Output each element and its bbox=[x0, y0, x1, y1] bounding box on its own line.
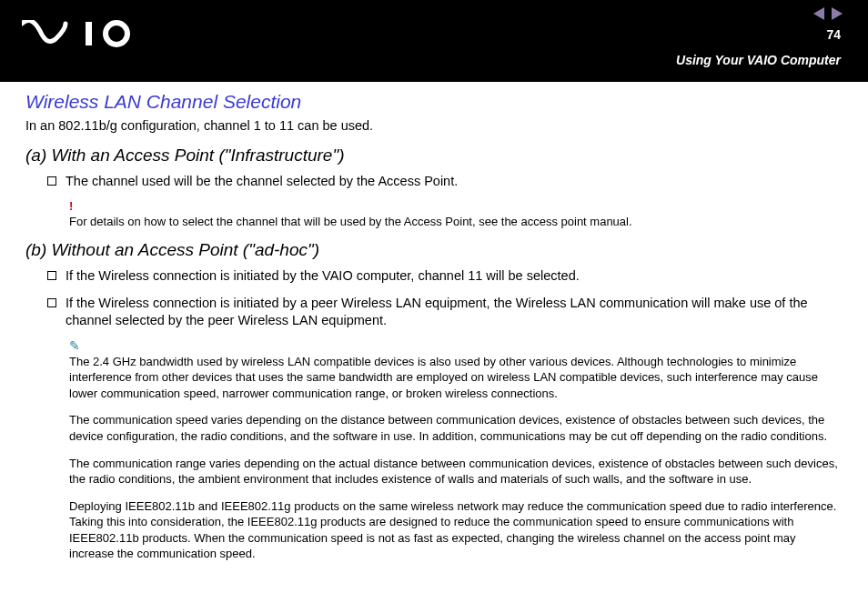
section-a-heading: (a) With an Access Point ("Infrastructur… bbox=[25, 146, 843, 166]
bullet-icon bbox=[47, 176, 56, 186]
breadcrumb: Using Your VAIO Computer bbox=[676, 53, 841, 67]
note-text: The communication range varies depending… bbox=[69, 456, 843, 487]
exclamation-icon: ! bbox=[69, 200, 843, 212]
info-note: ✎ The 2.4 GHz bandwidth used by wireless… bbox=[69, 339, 843, 562]
section-b-heading: (b) Without an Access Point ("ad-hoc") bbox=[25, 240, 843, 260]
svg-point-1 bbox=[106, 23, 127, 45]
intro-text: In an 802.11b/g configuration, channel 1… bbox=[25, 118, 843, 133]
list-item: The channel used will be the channel sel… bbox=[47, 173, 843, 191]
note-text: Deploying IEEE802.11b and IEEE802.11g pr… bbox=[69, 498, 843, 562]
svg-rect-0 bbox=[86, 22, 92, 45]
list-item: If the Wireless connection is initiated … bbox=[47, 267, 843, 286]
nav-arrows bbox=[813, 7, 843, 20]
page-header: 74 Using Your VAIO Computer bbox=[0, 0, 868, 82]
note-text: The 2.4 GHz bandwidth used by wireless L… bbox=[69, 354, 843, 402]
note-text: The communication speed varies depending… bbox=[69, 412, 843, 444]
list-item: If the Wireless connection is initiated … bbox=[47, 295, 843, 330]
bullet-icon bbox=[47, 298, 56, 307]
vaio-logo-icon bbox=[22, 20, 140, 47]
page-number: 74 bbox=[826, 27, 841, 42]
page-content: Wireless LAN Channel Selection In an 802… bbox=[0, 82, 868, 613]
next-page-icon[interactable] bbox=[832, 7, 843, 20]
bullet-text: If the Wireless connection is initiated … bbox=[66, 295, 843, 330]
note-text: For details on how to select the channel… bbox=[69, 214, 843, 230]
page-title: Wireless LAN Channel Selection bbox=[25, 91, 843, 113]
bullet-text: The channel used will be the channel sel… bbox=[66, 173, 458, 191]
bullet-text: If the Wireless connection is initiated … bbox=[66, 267, 580, 286]
pen-icon: ✎ bbox=[69, 339, 843, 352]
prev-page-icon[interactable] bbox=[813, 7, 824, 20]
bullet-icon bbox=[47, 271, 56, 280]
caution-note: ! For details on how to select the chann… bbox=[69, 200, 843, 230]
document-page: 74 Using Your VAIO Computer Wireless LAN… bbox=[0, 0, 868, 613]
